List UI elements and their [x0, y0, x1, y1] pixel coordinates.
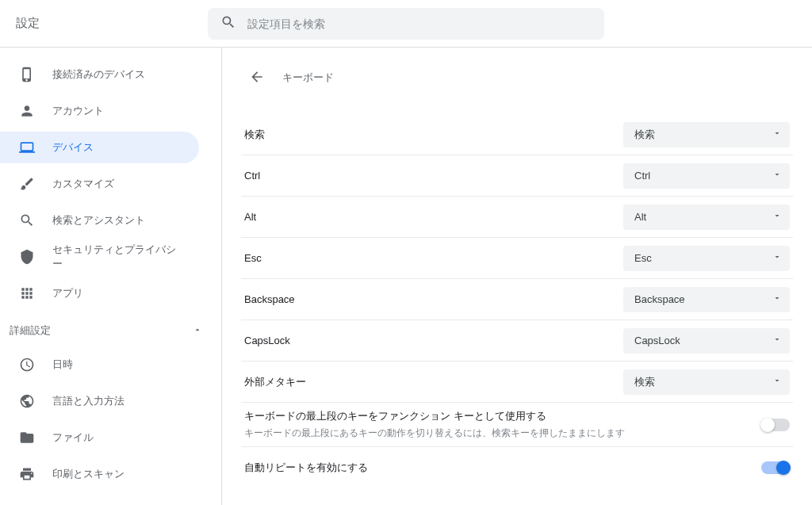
back-button[interactable]: [243, 63, 271, 92]
keymap-row: EscEsc: [241, 238, 793, 279]
toggle-row: 自動リピートを有効にする: [241, 447, 793, 488]
chevron-down-icon: [772, 128, 782, 140]
keymap-label: 外部メタキー: [244, 375, 611, 389]
dropdown-value: Alt: [634, 211, 646, 223]
sidebar-item-label: アプリ: [52, 286, 83, 300]
laptop-icon: [19, 140, 35, 155]
toggle-label: 自動リピートを有効にする: [244, 461, 749, 475]
keymap-dropdown[interactable]: Ctrl: [623, 163, 790, 189]
sidebar-item-files[interactable]: ファイル: [0, 422, 199, 453]
keymap-label: 検索: [244, 128, 611, 142]
chevron-down-icon: [772, 335, 782, 346]
apps-icon: [19, 285, 35, 301]
keymap-dropdown[interactable]: 検索: [623, 122, 790, 147]
sidebar-item-label: 接続済みのデバイス: [52, 67, 145, 82]
person-icon: [19, 103, 35, 119]
search-icon: [19, 212, 35, 228]
sidebar-item-security-privacy[interactable]: セキュリティとプライバシー: [0, 241, 199, 273]
app-title: 設定: [16, 16, 40, 31]
keymap-row: BackspaceBackspace: [241, 279, 793, 320]
brush-icon: [19, 176, 35, 192]
sidebar-item-connected-devices[interactable]: 接続済みのデバイス: [0, 59, 199, 90]
toggle-desc: キーボードの最上段にあるキーの動作を切り替えるには、検索キーを押したままにします: [244, 427, 749, 440]
toggle-switch[interactable]: [761, 461, 790, 474]
page-header: キーボード: [241, 63, 793, 92]
printer-icon: [19, 466, 35, 482]
chevron-down-icon: [772, 211, 782, 223]
keymap-row: CtrlCtrl: [241, 155, 793, 197]
arrow-left-icon: [249, 69, 265, 87]
sidebar-item-label: カスタマイズ: [52, 177, 114, 191]
toggle-switch[interactable]: [761, 419, 790, 431]
chevron-down-icon: [772, 252, 782, 264]
phone-icon: [19, 67, 35, 82]
sidebar-item-label: 日時: [52, 358, 73, 372]
app-header: 設定: [0, 0, 812, 48]
keymap-dropdown[interactable]: Esc: [623, 246, 790, 271]
toggle-label: キーボードの最上段のキーをファンクション キーとして使用する: [244, 409, 749, 423]
sidebar-item-label: 言語と入力方法: [52, 394, 124, 408]
main-content: キーボード 検索検索CtrlCtrlAltAltEscEscBackspaceB…: [222, 48, 812, 505]
dropdown-value: CapsLock: [634, 335, 680, 346]
sidebar-item-label: セキュリティとプライバシー: [52, 243, 180, 271]
sidebar-item-account[interactable]: アカウント: [0, 95, 199, 127]
globe-icon: [19, 393, 35, 409]
keymap-label: Alt: [244, 211, 611, 223]
dropdown-value: Backspace: [634, 293, 685, 305]
search-box[interactable]: [208, 8, 604, 40]
keymap-label: Ctrl: [244, 170, 611, 182]
sidebar-item-label: アカウント: [52, 104, 104, 118]
sidebar-item-label: 印刷とスキャン: [52, 467, 124, 481]
sidebar-item-label: ファイル: [52, 430, 94, 445]
keymap-dropdown[interactable]: 検索: [623, 369, 790, 395]
keymap-row: CapsLockCapsLock: [241, 320, 793, 362]
sidebar-item-print-scan[interactable]: 印刷とスキャン: [0, 458, 199, 490]
search-icon: [220, 14, 236, 33]
page-title: キーボード: [282, 71, 334, 85]
shield-icon: [19, 249, 35, 265]
sidebar-item-language-input[interactable]: 言語と入力方法: [0, 385, 199, 417]
sidebar-item-label: 検索とアシスタント: [52, 213, 145, 228]
dropdown-value: Esc: [634, 252, 652, 264]
chevron-down-icon: [772, 376, 782, 388]
folder-icon: [19, 430, 35, 446]
dropdown-value: 検索: [634, 128, 655, 142]
sidebar-item-device[interactable]: デバイス: [0, 132, 199, 163]
dropdown-value: Ctrl: [634, 170, 650, 182]
dropdown-value: 検索: [634, 375, 655, 389]
keymap-row: AltAlt: [241, 197, 793, 238]
sidebar-item-apps[interactable]: アプリ: [0, 277, 199, 309]
keymap-label: Backspace: [244, 293, 611, 305]
search-container: [208, 8, 604, 40]
chevron-down-icon: [772, 170, 782, 182]
chevron-down-icon: [772, 293, 782, 305]
keymap-dropdown[interactable]: Backspace: [623, 287, 790, 312]
sidebar-item-search-assistant[interactable]: 検索とアシスタント: [0, 205, 199, 236]
advanced-section-header[interactable]: 詳細設定: [0, 314, 221, 344]
keymap-label: Esc: [244, 252, 611, 264]
keymap-dropdown[interactable]: CapsLock: [623, 328, 790, 354]
sidebar-item-datetime[interactable]: 日時: [0, 349, 199, 381]
search-input[interactable]: [247, 17, 592, 30]
sidebar-item-customize[interactable]: カスタマイズ: [0, 168, 199, 200]
keymap-row: 検索検索: [241, 114, 793, 155]
advanced-label: 詳細設定: [10, 323, 51, 338]
chevron-up-icon: [193, 325, 202, 337]
sidebar: 接続済みのデバイスアカウントデバイスカスタマイズ検索とアシスタントセキュリティと…: [0, 48, 222, 505]
keymap-row: 外部メタキー検索: [241, 362, 793, 403]
sidebar-item-label: デバイス: [52, 140, 94, 155]
keymap-dropdown[interactable]: Alt: [623, 205, 790, 230]
keymap-label: CapsLock: [244, 335, 611, 346]
clock-icon: [19, 357, 35, 373]
toggle-row: キーボードの最上段のキーをファンクション キーとして使用するキーボードの最上段に…: [241, 403, 793, 447]
